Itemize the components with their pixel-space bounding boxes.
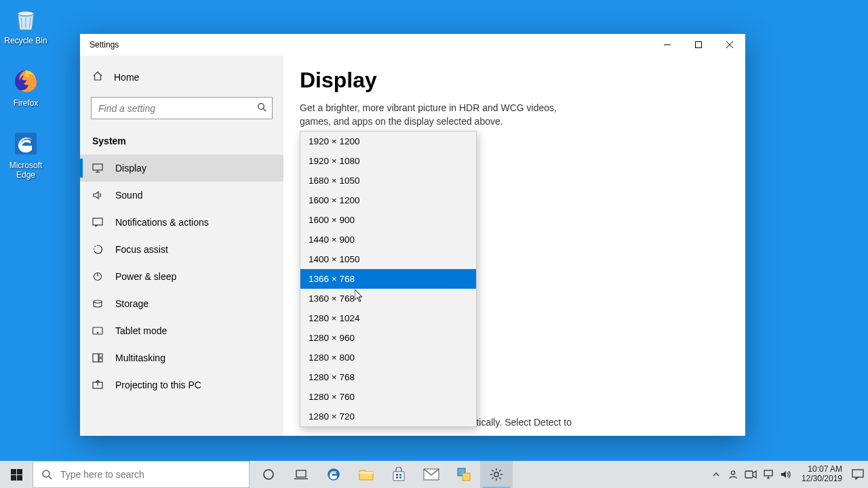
edge-icon <box>11 129 41 159</box>
nav-item-sound[interactable]: Sound <box>80 182 283 209</box>
taskbar-app-mail[interactable] <box>415 461 448 488</box>
nav-label: Display <box>115 163 146 174</box>
svg-rect-46 <box>852 470 863 477</box>
svg-point-41 <box>731 471 734 474</box>
home-icon <box>92 70 103 83</box>
svg-point-26 <box>43 470 50 477</box>
svg-rect-39 <box>462 473 470 481</box>
nav-item-storage[interactable]: Storage <box>80 290 283 317</box>
resolution-option[interactable]: 1360 × 768 <box>300 289 476 308</box>
nav-label: Multitasking <box>115 352 165 363</box>
resolution-option[interactable]: 1280 × 960 <box>300 328 476 348</box>
nav-icon <box>92 244 103 255</box>
desktop-icon-label: Recycle Bin <box>0 36 52 45</box>
windows-logo-icon <box>11 469 22 481</box>
resolution-option[interactable]: 1920 × 1080 <box>300 151 476 171</box>
svg-rect-19 <box>99 354 102 357</box>
nav-item-power-sleep[interactable]: Power & sleep <box>80 263 283 290</box>
resolution-option[interactable]: 1600 × 900 <box>300 210 476 230</box>
taskbar-search-input[interactable] <box>60 469 249 480</box>
settings-search-box[interactable] <box>91 97 273 119</box>
action-center-button[interactable] <box>852 469 864 480</box>
clock-date: 12/30/2019 <box>802 474 842 484</box>
recycle-bin-icon <box>11 4 41 34</box>
nav-icon <box>92 271 103 282</box>
desktop-icon-firefox[interactable]: Firefox <box>0 66 52 108</box>
taskbar: 10:07 AM 12/30/2019 <box>0 461 868 488</box>
svg-line-8 <box>263 108 266 111</box>
nav-item-tablet-mode[interactable]: Tablet mode <box>80 317 283 344</box>
taskbar-app-explorer[interactable] <box>350 461 382 488</box>
category-header: System <box>80 129 283 155</box>
search-icon <box>257 102 267 114</box>
nav-item-projecting-to-this-pc[interactable]: Projecting to this PC <box>80 371 283 399</box>
taskbar-app-store[interactable] <box>382 461 415 488</box>
svg-line-27 <box>49 476 52 479</box>
search-icon <box>33 469 60 480</box>
maximize-button[interactable] <box>683 34 714 56</box>
tray-overflow-button[interactable] <box>711 471 722 478</box>
nav-item-display[interactable]: Display <box>80 155 283 182</box>
nav-label: Storage <box>115 298 149 309</box>
svg-point-40 <box>494 472 498 476</box>
nav-label: Tablet mode <box>115 325 167 336</box>
taskbar-clock[interactable]: 10:07 AM 12/30/2019 <box>797 465 846 484</box>
resolution-option[interactable]: 1400 × 1050 <box>300 249 476 269</box>
taskbar-app-settings[interactable] <box>480 461 513 488</box>
nav-item-multitasking[interactable]: Multitasking <box>80 344 283 371</box>
resolution-dropdown[interactable]: 1920 × 12001920 × 10801680 × 10501600 × … <box>300 131 477 427</box>
svg-rect-34 <box>399 474 401 476</box>
settings-search-input[interactable] <box>98 103 257 114</box>
close-button[interactable] <box>714 34 745 56</box>
resolution-option[interactable]: 1280 × 800 <box>300 348 476 367</box>
desktop-icon-recycle-bin[interactable]: Recycle Bin <box>0 4 52 45</box>
cortana-button[interactable] <box>252 461 285 488</box>
desktop-icon-label: Microsoft Edge <box>0 161 52 180</box>
svg-rect-29 <box>296 470 306 477</box>
svg-rect-43 <box>764 470 772 476</box>
nav-icon <box>92 325 103 336</box>
svg-rect-36 <box>399 476 401 479</box>
svg-point-17 <box>97 332 98 333</box>
task-view-button[interactable] <box>285 461 317 488</box>
nav-label: Notifications & actions <box>115 217 209 228</box>
svg-rect-25 <box>17 475 22 481</box>
resolution-option[interactable]: 1680 × 1050 <box>300 171 476 190</box>
resolution-option[interactable]: 868 × 488 <box>300 407 476 426</box>
svg-rect-33 <box>396 474 398 476</box>
minimize-button[interactable] <box>652 34 683 56</box>
resolution-option[interactable]: 1280 × 760 <box>300 387 476 407</box>
svg-point-0 <box>18 12 34 16</box>
resolution-option[interactable]: 1280 × 1024 <box>300 308 476 328</box>
nav-icon <box>92 298 103 309</box>
titlebar[interactable]: Settings <box>80 34 745 56</box>
svg-rect-4 <box>696 42 702 48</box>
nav-item-notifications-actions[interactable]: Notifications & actions <box>80 209 283 236</box>
resolution-option[interactable]: 1366 × 768 <box>300 269 476 289</box>
nav-item-focus-assist[interactable]: Focus assist <box>80 236 283 263</box>
volume-icon[interactable] <box>780 470 792 479</box>
nav-icon <box>92 380 103 390</box>
window-title: Settings <box>90 40 119 49</box>
svg-rect-23 <box>17 469 22 474</box>
home-button[interactable]: Home <box>80 62 283 92</box>
taskbar-app-edge[interactable] <box>317 461 350 488</box>
resolution-option[interactable]: 1920 × 1200 <box>300 131 476 151</box>
svg-rect-32 <box>359 472 373 474</box>
svg-rect-12 <box>93 218 102 225</box>
people-icon[interactable] <box>727 469 739 480</box>
system-tray: 10:07 AM 12/30/2019 <box>704 461 868 488</box>
taskbar-app-generic[interactable] <box>448 461 480 488</box>
sidebar: Home System DisplaySoundNotifications & … <box>80 56 283 436</box>
resolution-option[interactable]: 1440 × 900 <box>300 230 476 249</box>
desktop-icon-edge[interactable]: Microsoft Edge <box>0 129 52 180</box>
network-icon[interactable] <box>762 470 774 479</box>
hdr-description: Get a brighter, more vibrant picture in … <box>300 101 585 129</box>
resolution-option[interactable]: 1280 × 768 <box>300 367 476 387</box>
meet-now-icon[interactable] <box>745 470 757 479</box>
start-button[interactable] <box>0 461 33 488</box>
resolution-option[interactable]: 1600 × 1200 <box>300 190 476 210</box>
taskbar-search-box[interactable] <box>33 461 250 488</box>
clock-time: 10:07 AM <box>802 465 842 474</box>
obscured-text: matically. Select Detect to <box>463 417 572 428</box>
